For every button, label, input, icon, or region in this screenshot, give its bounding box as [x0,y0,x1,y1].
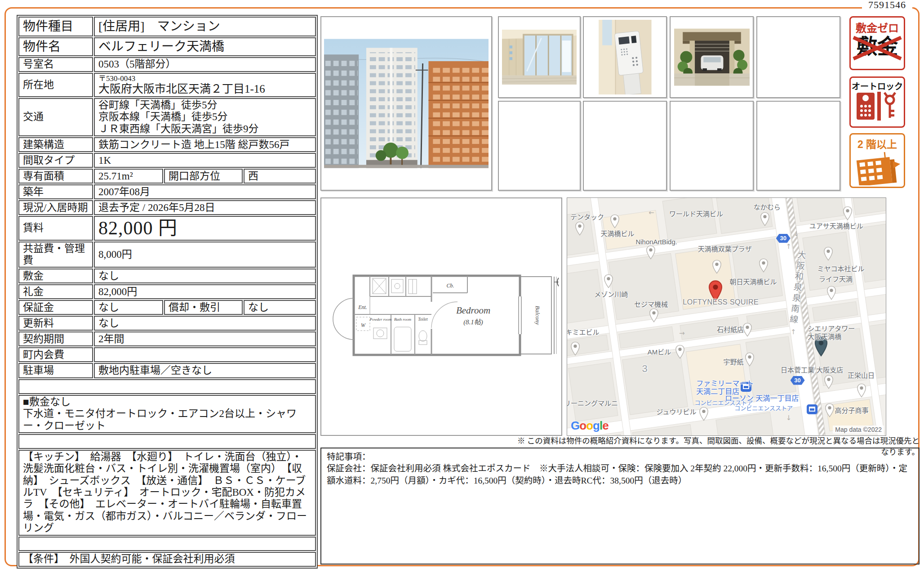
map-place-label: なかむら [754,203,781,211]
row-deposit: 敷金 なし [18,269,316,283]
equipment-content: 【キッチン】 給湯器 【水廻り】 トイレ・洗面台（独立）・洗髪洗面化粧台・バス・… [18,450,316,536]
location-map: 3030 ↑↑↑↑↑↑ テンタック天満橋ビルNihonArtBidg.ワールド天… [567,197,886,436]
map-place-label: テンタック [570,213,604,221]
row-structure: 建築構造 鉄筋コンクリート造 地上15階 総戸数56戸 [18,137,316,152]
special-notes-body: 保証会社：保証会社利用必須 株式会社エポスカード ※大手法人相談可・保険：保険要… [327,463,913,487]
property-sheet: { "page": { "doc_number": "7591546" }, "… [0,0,924,569]
balcony-label: Balcony [534,306,541,325]
floorplan: Balcony Cb. Ent. W Powde [320,197,562,436]
photo-building-exterior [320,16,492,191]
row-value: 退去予定 / 2026年5月28日 [94,200,316,215]
toilet-label: Toilet [418,317,428,322]
badge-second-floor-title: 2 階以上 [851,136,904,151]
row-label: 所在地 [18,73,93,97]
map-place-label: 高分子商事 [835,407,869,414]
photo-slot-empty [756,101,840,191]
badge-no-deposit: 敷金ゼロ 敷金 [849,16,905,70]
row-label: 契約期間 [18,332,93,346]
map-place-label: キミエビル [567,328,599,336]
google-logo: Google [571,419,609,433]
remarks-content: ■敷金なし 下水道・モニタ付オートロック・エアコン2台以上・シャワー・クローゼッ… [18,395,316,433]
row-value: [住居用] マンション [94,17,316,36]
map-place-label: 3 [642,363,648,374]
badge-no-deposit-title: 敷金ゼロ [851,19,904,35]
row-value-2: なし [244,300,316,315]
badge-second-floor-up: 2 階以上 [849,133,905,188]
photo-garage [670,16,754,98]
property-spec-table: 物件種目 [住居用] マンション 物件名 ベルフェリーク天満橋 号室名 0503… [17,15,318,569]
row-value: 谷町線「天満橋」徒歩5分 京阪本線「天満橋」徒歩5分 ＪＲ東西線「大阪天満宮」徒… [94,98,316,136]
map-place-label: ミヤコ本社ビル [817,265,865,273]
badge-autolock: オートロック [849,76,905,128]
map-place-label: ジュウリビル [657,408,697,416]
row-label: 築年 [18,184,93,199]
map-place-label: 天満橋ビル [600,230,634,237]
photo-slot-empty [498,101,581,191]
garage-illustration [674,28,750,86]
washer-label: W [361,322,366,328]
map-place-label: ライフ天満 [819,275,853,283]
row-value: 2年間 [94,332,316,346]
row-label-2: 開口部方位 [164,169,243,184]
row-label: 更新料 [18,316,93,331]
row-property-type: 物件種目 [住居用] マンション [18,17,316,36]
row-value: 1K [94,153,316,168]
map-labels: テンタック天満橋ビルNihonArtBidg.ワールド天満ビルなかむらユアサ天満… [567,198,886,435]
row-property-name: 物件名 ベルフェリーク天満橋 [18,37,316,56]
photo-slot-empty [670,101,754,191]
map-place-label: NihonArtBidg. [635,238,677,246]
conditions-text: 【条件】 外国人契約可能・保証会社利用必須 [18,552,316,567]
row-label: 礼金 [18,284,93,299]
crossed-deposit-word: 敷金 [857,36,898,57]
special-notes-box: 特記事項： 保証会社：保証会社利用必須 株式会社エポスカード ※大手法人相談可・… [320,448,920,565]
row-value: 8,000円 [94,242,316,268]
row-parking: 駐車場 敷地内駐車場／空きなし [18,363,316,378]
row-value: 25.71m² [94,169,163,184]
map-place-label: シエリアタワー 大阪天満橋 [808,325,855,341]
access-line: 京阪本線「天満橋」徒歩5分 [98,111,311,123]
section-header-remarks: 備 考 [18,379,316,394]
map-place-label: 宇野紙 [723,358,743,366]
row-label: 敷金 [18,269,93,283]
map-place-label: 正栄山日 [848,372,875,379]
row-address: 所在地 〒530-0043 大阪府大阪市北区天満２丁目1-16 [18,73,316,97]
map-place-label: ワールド天満ビル [669,210,723,218]
section-header-equipment: 設 備 [18,434,316,448]
row-label: 物件種目 [18,17,93,36]
row-value: ベルフェリーク天満橋 [94,37,316,56]
address-text: 大阪府大阪市北区天満２丁目1-16 [98,83,311,95]
row-management-fee: 共益費・管理費 8,000円 [18,242,316,268]
photo-entrance [498,16,581,98]
map-place-label: リーニングマルニ [567,399,618,407]
row-value: 〒530-0043 大阪府大阪市北区天満２丁目1-16 [94,73,316,97]
row-area: 専有面積 25.71m² 開口部方位 西 [18,169,316,184]
map-place-label: セジマ機械 [634,300,668,308]
row-value: 0503（5階部分） [94,57,316,72]
bedroom-label: Bedroom [456,305,490,316]
row-label: 町内会費 [18,347,93,362]
map-place-label: 石村紙店 [717,326,744,333]
access-line: ＪＲ東西線「大阪天満宮」徒歩9分 [98,123,311,135]
row-renewal-fee: 更新料 なし [18,316,316,331]
section-header-conditions: 条 件 [18,537,316,551]
map-attribution: Map data ©2022 [833,426,884,434]
row-label: 共益費・管理費 [18,242,93,268]
row-label: 間取タイプ [18,153,93,168]
row-value [94,347,316,362]
zip-code: 〒530-0043 [98,75,311,83]
row-built-year: 築年 2007年08月 [18,184,316,199]
row-town-fee: 町内会費 [18,347,316,362]
photo-intercom [583,16,667,98]
row-value: 敷地内駐車場／空きなし [94,363,316,378]
row-label: 号室名 [18,57,93,72]
map-place-label: ファミリーマート 天満二丁目店 [696,380,754,396]
special-notes-title: 特記事項： [327,451,913,463]
row-label: 保証金 [18,300,93,315]
row-label: 建築構造 [18,137,93,152]
map-place-label: LOFTYNESS SQUIRE [683,298,759,306]
entrance-label: Ent. [358,304,367,310]
row-contract-term: 契約期間 2年間 [18,332,316,346]
map-place-label: 朝日天満橋ビル [730,278,777,286]
remarks-line: ■敷金なし [23,396,311,408]
row-access: 交通 谷町線「天満橋」徒歩5分 京阪本線「天満橋」徒歩5分 ＪＲ東西線「大阪天満… [18,98,316,136]
